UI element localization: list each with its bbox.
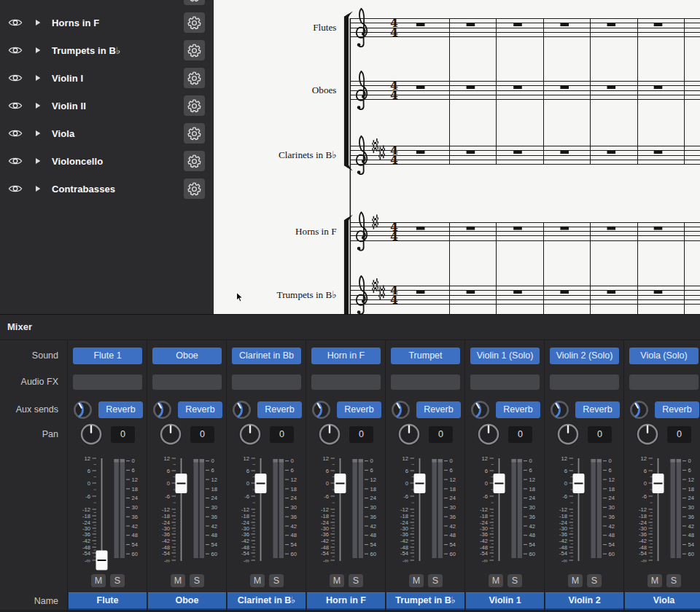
channel-name[interactable]: Trumpet in B♭ xyxy=(386,592,464,610)
audio-fx-slot[interactable] xyxy=(232,374,301,390)
audio-fx-slot[interactable] xyxy=(152,374,222,390)
aux-send-reverb-button[interactable]: Reverb xyxy=(178,401,222,418)
pan-knob[interactable] xyxy=(635,422,660,447)
aux-send-knob[interactable] xyxy=(231,399,252,420)
pan-value-box[interactable]: 0 xyxy=(190,426,214,443)
instrument-name[interactable]: Violin I xyxy=(52,73,83,84)
visibility-eye-button[interactable] xyxy=(7,42,24,59)
mute-button[interactable]: M xyxy=(489,574,503,587)
aux-send-reverb-button[interactable]: Reverb xyxy=(257,401,302,418)
aux-send-reverb-button[interactable]: Reverb xyxy=(98,401,143,418)
instrument-settings-button[interactable] xyxy=(184,40,205,60)
channel-name[interactable]: Violin 1 xyxy=(466,592,544,610)
time-signature[interactable]: 44 xyxy=(390,144,398,167)
sound-button[interactable]: Horn in F xyxy=(311,348,381,364)
expand-arrow-button[interactable] xyxy=(34,46,42,55)
mute-button[interactable]: M xyxy=(568,574,583,587)
visibility-eye-button[interactable] xyxy=(7,152,24,170)
fader-handle[interactable] xyxy=(653,474,664,493)
channel-name[interactable]: Flute xyxy=(69,592,147,610)
channel-name[interactable]: Clarinet in B♭ xyxy=(228,592,306,610)
aux-send-reverb-button[interactable]: Reverb xyxy=(655,401,699,418)
channel-name[interactable]: Horn in F xyxy=(307,592,385,610)
pan-value-box[interactable]: 0 xyxy=(588,426,612,443)
aux-send-knob[interactable] xyxy=(311,399,332,420)
aux-send-knob[interactable] xyxy=(629,399,650,420)
expand-arrow-button[interactable] xyxy=(34,18,42,27)
solo-button[interactable]: S xyxy=(508,574,522,587)
pan-value-box[interactable]: 0 xyxy=(429,426,453,443)
audio-fx-slot[interactable] xyxy=(550,374,619,390)
staff-bracket[interactable] xyxy=(344,215,353,314)
staff-label[interactable]: Trumpets in B♭ xyxy=(277,289,337,300)
aux-send-knob[interactable] xyxy=(72,399,93,420)
staff-label[interactable]: Oboes xyxy=(312,85,337,95)
staff-label[interactable]: Horns in F xyxy=(295,226,336,237)
fader-handle[interactable] xyxy=(176,474,187,493)
sound-button[interactable]: Flute 1 xyxy=(73,348,142,364)
staff-label[interactable]: Flutes xyxy=(313,22,336,33)
mute-button[interactable]: M xyxy=(330,574,344,587)
score-canvas[interactable]: Flutes44Oboes44Clarinets in B♭44Horns in… xyxy=(214,0,700,314)
treble-clef[interactable] xyxy=(357,71,367,109)
sound-button[interactable]: Oboe xyxy=(152,348,222,364)
time-signature[interactable]: 44 xyxy=(390,220,398,243)
sound-button[interactable]: Trumpet xyxy=(391,348,460,364)
channel-name[interactable]: Oboe xyxy=(148,592,226,610)
instrument-settings-button[interactable] xyxy=(184,12,205,33)
aux-send-knob[interactable] xyxy=(470,399,491,420)
time-signature[interactable]: 44 xyxy=(390,16,398,39)
pan-value-box[interactable]: 0 xyxy=(349,426,373,443)
instrument-settings-button[interactable] xyxy=(184,95,205,116)
expand-arrow-button[interactable] xyxy=(34,157,42,165)
fader-handle[interactable] xyxy=(335,474,346,493)
treble-clef[interactable] xyxy=(357,136,367,174)
aux-send-knob[interactable] xyxy=(152,399,173,420)
instrument-name[interactable]: Violoncello xyxy=(52,156,103,167)
fader-handle[interactable] xyxy=(573,474,585,493)
solo-button[interactable]: S xyxy=(190,574,204,587)
instrument-name[interactable]: Contrabasses xyxy=(52,184,115,195)
time-signature[interactable]: 44 xyxy=(390,79,398,102)
pan-knob[interactable] xyxy=(476,422,501,447)
treble-clef[interactable] xyxy=(357,276,367,314)
sound-button[interactable]: Viola (Solo) xyxy=(629,348,699,364)
pan-value-box[interactable]: 0 xyxy=(667,426,691,443)
mute-button[interactable]: M xyxy=(250,574,265,587)
fader-handle[interactable] xyxy=(494,474,505,493)
aux-send-reverb-button[interactable]: Reverb xyxy=(575,401,620,418)
time-signature[interactable]: 44 xyxy=(390,283,398,307)
instrument-settings-button[interactable] xyxy=(184,151,205,171)
audio-fx-slot[interactable] xyxy=(311,374,381,390)
aux-send-knob[interactable] xyxy=(549,399,570,420)
expand-arrow-button[interactable] xyxy=(34,101,42,110)
expand-arrow-button[interactable] xyxy=(34,184,42,193)
aux-send-reverb-button[interactable]: Reverb xyxy=(337,401,381,418)
instrument-settings-button-partial[interactable] xyxy=(184,0,205,5)
instrument-name[interactable]: Horns in F xyxy=(52,17,99,28)
expand-arrow-button[interactable] xyxy=(34,74,42,82)
visibility-eye-button[interactable] xyxy=(7,180,24,197)
visibility-eye-button[interactable] xyxy=(7,14,24,31)
pan-value-box[interactable]: 0 xyxy=(111,426,135,443)
pan-value-box[interactable]: 0 xyxy=(270,426,294,443)
pan-knob[interactable] xyxy=(79,422,104,447)
mute-button[interactable]: M xyxy=(91,574,106,587)
expand-arrow-button[interactable] xyxy=(34,129,42,138)
solo-button[interactable]: S xyxy=(666,574,681,587)
staff-label[interactable]: Clarinets in B♭ xyxy=(279,149,336,160)
instrument-name[interactable]: Violin II xyxy=(52,101,86,111)
solo-button[interactable]: S xyxy=(269,574,284,587)
fader-handle[interactable] xyxy=(96,551,108,570)
sound-button[interactable]: Violin 1 (Solo) xyxy=(470,348,540,364)
fader-handle[interactable] xyxy=(414,474,426,493)
sound-button[interactable]: Clarinet in Bb xyxy=(232,348,301,364)
audio-fx-slot[interactable] xyxy=(629,374,699,390)
channel-name[interactable]: Viola xyxy=(625,592,700,610)
key-signature-sharp[interactable] xyxy=(378,285,385,299)
aux-send-reverb-button[interactable]: Reverb xyxy=(416,401,461,418)
pan-knob[interactable] xyxy=(158,422,183,447)
pan-value-box[interactable]: 0 xyxy=(508,426,532,443)
pan-knob[interactable] xyxy=(556,422,580,447)
audio-fx-slot[interactable] xyxy=(73,374,142,390)
